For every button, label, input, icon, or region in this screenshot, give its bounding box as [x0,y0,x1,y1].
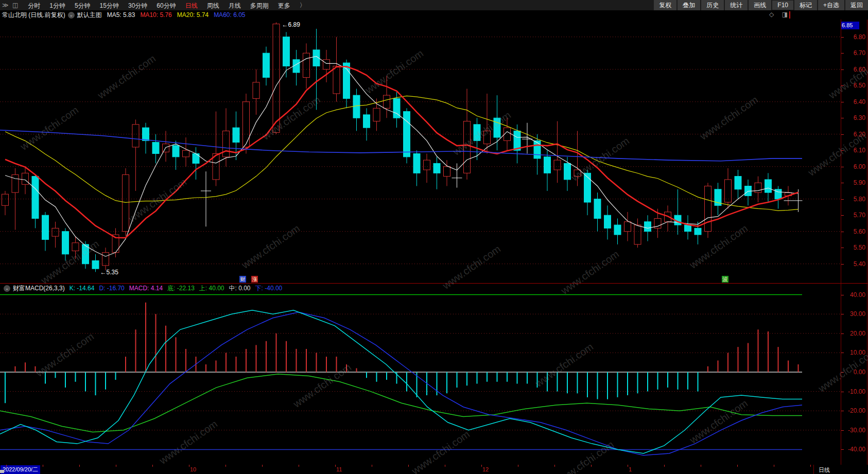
price-axis-label: 5.80 [841,196,865,203]
macd-field: MACD: 4.14 [129,285,163,292]
date-tick [518,465,518,467]
toolbar-button-F10[interactable]: F10 [772,1,793,10]
svg-text:←5.35: ←5.35 [100,269,119,276]
macd-values: K: -14.64D: -16.70MACD: 4.14底: -22.13上: … [65,284,283,293]
date-tick [664,465,665,467]
macd-axis-label: -30.00 [841,427,865,434]
axis-tick [841,183,844,183]
axis-tick [841,314,844,314]
chevron-down-icon[interactable]: ⌄ [68,12,75,19]
macd-axis-label: 0.00 [841,368,865,376]
price-axis-label: 6.20 [841,131,865,138]
toolbar-button-标记[interactable]: 标记 [794,0,817,11]
date-tick [299,465,299,467]
axis-tick [841,295,844,295]
axis-tick [841,134,844,135]
date-tick [737,465,738,467]
axis-tick [841,150,844,151]
ma-legend-item: MA10: 5.76 [140,11,171,19]
date-tick [810,465,811,467]
period-tab-日线[interactable]: 日线 [181,1,202,10]
date-tick [43,465,43,467]
axis-tick [841,102,844,102]
mini-badge-波[interactable]: 波 [722,276,728,283]
price-axis-label: 6.60 [841,66,865,73]
period-tab-更多[interactable]: 更多 [273,1,295,10]
mini-badge-财[interactable]: 财 [239,276,246,283]
month-label-12: 12 [482,466,489,472]
date-tick [225,465,226,467]
axis-tick [841,118,844,118]
period-tab-月线[interactable]: 月线 [224,1,246,10]
main-overlay-label[interactable]: 默认主图 [77,11,102,20]
axis-tick [841,353,844,353]
axis-tick [841,232,844,232]
price-axis-label: 5.60 [841,228,865,235]
macd-axis-label: 30.00 [841,310,865,318]
period-tab-60分钟[interactable]: 60分钟 [152,1,180,10]
axis-tick [841,167,844,167]
ma-legend-item: MA5: 5.83 [107,11,135,19]
month-label-10: 10 [190,466,196,472]
price-axis-label: 5.40 [841,260,865,268]
macd-field: 底: -22.13 [167,285,195,292]
date-tick [152,465,153,467]
chevron-down-icon[interactable]: ⌄ [4,285,10,292]
toolbar-button-画线[interactable]: 画线 [749,0,771,11]
chart-view-icons[interactable]: ◇ ◨ [769,11,791,18]
macd-chart[interactable] [0,283,841,465]
period-tab-30分钟[interactable]: 30分钟 [124,1,152,10]
period-tab-15分钟[interactable]: 15分钟 [95,1,124,10]
date-axis[interactable]: 2022/09/20/二 1011121 日线 [0,465,868,474]
toolbar-button-复权[interactable]: 复权 [654,0,676,11]
price-axis: 6.806.706.606.506.406.306.206.106.005.90… [841,20,868,283]
period-separator [813,465,814,474]
period-tabs: 分时1分钟5分钟15分钟30分钟60分钟日线周线月线多周期更多 [23,1,294,10]
period-tab-周线[interactable]: 周线 [202,1,224,10]
macd-axis-label: -40.00 [841,446,865,453]
indicator-name[interactable]: 财富MACD(26,3,3) [13,284,65,293]
price-axis-label: 5.90 [841,179,865,186]
toolbar-button-返回[interactable]: 返回 [845,0,868,11]
date-tick [774,465,774,467]
date-tick [408,465,409,467]
date-tick [372,465,372,467]
toolbar-button-统计[interactable]: 统计 [725,0,748,11]
period-tab-5分钟[interactable]: 5分钟 [70,1,95,10]
axis-border-left [841,20,841,465]
axis-tick [841,69,844,70]
more-chevron-icon[interactable]: 〉 [295,0,310,11]
price-axis-label: 6.50 [841,82,865,89]
price-axis-label: 5.50 [841,244,865,251]
date-tick [79,465,80,467]
mini-badge-涨[interactable]: 涨 [251,276,258,283]
month-label-11: 11 [336,466,342,472]
ma-legend: MA5: 5.83MA10: 5.76MA20: 5.74MA60: 6.05 [102,11,246,19]
toolbar-button-叠加[interactable]: 叠加 [678,0,700,11]
period-tab-多周期[interactable]: 多周期 [246,1,273,10]
stock-title: 常山北明 (日线.前复权) [2,11,65,20]
period-tab-1分钟[interactable]: 1分钟 [45,1,70,10]
cursor-caret [789,11,790,19]
toolbar-button-历史[interactable]: 历史 [701,0,724,11]
candlestick-chart[interactable]: ←6.89←5.35 [0,20,841,283]
month-label-1: 1 [629,466,632,472]
scroll-nub[interactable] [0,470,4,473]
date-tick [481,465,482,467]
date-tick [335,465,336,467]
axis-border-right [867,20,867,474]
macd-axis-label: -10.00 [841,388,865,395]
macd-header: ⌄ 财富MACD(26,3,3) K: -14.64D: -16.70MACD:… [1,284,282,292]
macd-axis-label: 40.00 [841,291,865,299]
date-tick [628,465,628,467]
period-tab-分时[interactable]: 分时 [23,1,45,10]
axis-tick [841,392,844,392]
axis-tick [841,430,844,431]
panel-collapse-icon[interactable]: ≫ ◫ [2,2,19,9]
toolbar-button-+自选[interactable]: +自选 [818,0,844,11]
date-tick [554,465,555,467]
date-tick [262,465,263,467]
price-axis-label: 6.00 [841,163,865,170]
period-indicator: 日线 [819,466,830,474]
axis-tick [841,85,844,86]
